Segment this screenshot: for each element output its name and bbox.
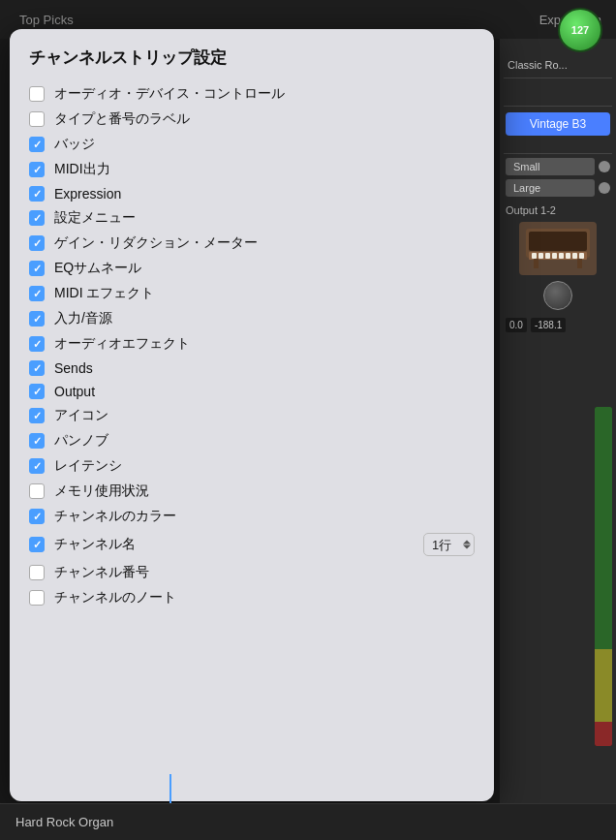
checkbox-audio-effects[interactable]	[29, 336, 45, 352]
meter-red	[595, 722, 612, 746]
checkbox-row-input-source: 入力/音源	[29, 307, 475, 330]
checkbox-channel-name[interactable]	[29, 537, 45, 552]
svg-rect-2	[529, 252, 587, 260]
checkbox-icon[interactable]	[29, 408, 45, 423]
label-channel-notes: チャンネルのノート	[54, 589, 475, 607]
label-audio-device: オーディオ・デバイス・コントロール	[54, 85, 475, 103]
checkbox-row-audio-device: オーディオ・デバイス・コントロール	[29, 82, 475, 106]
checkbox-output[interactable]	[29, 384, 45, 399]
output-label: Output 1-2	[504, 201, 612, 218]
checkbox-row-channel-number: チャンネル番号	[29, 561, 475, 584]
level-meter: 0 3 6 9 12 18 24 30 40 50 60	[595, 407, 612, 746]
svg-rect-10	[579, 253, 584, 259]
checkbox-eq-thumbnail[interactable]	[29, 261, 45, 276]
divider1	[504, 78, 612, 78]
checkbox-sends[interactable]	[29, 360, 45, 376]
large-indicator	[599, 182, 610, 194]
checkbox-settings-menu[interactable]	[29, 210, 45, 226]
label-memory-usage: メモリ使用状況	[54, 482, 475, 500]
label-channel-name: チャンネル名	[54, 536, 414, 553]
label-sends: Sends	[54, 360, 475, 376]
expression-knob[interactable]: 127	[558, 8, 606, 56]
checkbox-row-output: Output	[29, 381, 475, 402]
label-settings-menu: 設定メニュー	[54, 209, 475, 227]
label-input-source: 入力/音源	[54, 310, 475, 327]
checkbox-row-midi-out: MIDI出力	[29, 158, 475, 181]
right-panel-content: Classic Ro... Vintage B3 Small Large Out…	[504, 56, 612, 334]
label-latency: レイテンシ	[54, 457, 475, 475]
label-channel-color: チャンネルのカラー	[54, 508, 475, 525]
checkbox-row-memory-usage: メモリ使用状況	[29, 480, 475, 503]
organ-svg	[524, 227, 592, 270]
checkbox-row-expression: Expression	[29, 183, 475, 204]
divider2	[504, 106, 612, 107]
checkbox-row-settings-menu: 設定メニュー	[29, 206, 475, 230]
svg-rect-5	[545, 253, 550, 259]
dialog-title: チャンネルストリップ設定	[29, 47, 475, 69]
label-midi-effects: MIDI エフェクト	[54, 285, 475, 302]
classic-ro-label: Classic Ro...	[504, 56, 612, 74]
checkbox-badge[interactable]	[29, 137, 45, 152]
label-gain-reduction: ゲイン・リダクション・メーター	[54, 234, 475, 252]
vintage-b3-button[interactable]: Vintage B3	[506, 112, 610, 136]
svg-rect-3	[532, 253, 537, 259]
checkbox-expression[interactable]	[29, 186, 45, 202]
volume-row: 0.0 -188.1	[504, 316, 612, 334]
svg-rect-9	[572, 253, 577, 259]
svg-rect-7	[559, 253, 564, 259]
checkbox-audio-device[interactable]	[29, 86, 45, 102]
divider3	[504, 153, 612, 154]
large-button[interactable]: Large	[506, 179, 595, 197]
label-badge: バッジ	[54, 136, 475, 153]
svg-rect-12	[577, 259, 582, 268]
checkbox-latency[interactable]	[29, 458, 45, 474]
knob-value: 127	[558, 8, 602, 52]
row-extra-channel-name: 1行	[423, 533, 475, 556]
small-button[interactable]: Small	[506, 158, 595, 175]
checkbox-pan-knob[interactable]	[29, 433, 45, 449]
checkbox-channel-notes[interactable]	[29, 590, 45, 606]
checkbox-row-badge: バッジ	[29, 133, 475, 156]
vol-value-2: -188.1	[531, 318, 566, 332]
label-type-number-label: タイプと番号のラベル	[54, 110, 475, 128]
bottom-bar: Hard Rock Organ	[0, 803, 616, 840]
checkbox-type-number-label[interactable]	[29, 111, 45, 127]
svg-rect-1	[529, 232, 587, 251]
svg-rect-6	[552, 253, 557, 259]
meter-yellow	[595, 649, 612, 722]
label-expression: Expression	[54, 186, 475, 202]
checkbox-row-channel-color: チャンネルのカラー	[29, 505, 475, 528]
checkbox-memory-usage[interactable]	[29, 483, 45, 499]
channel-strip-dialog: チャンネルストリップ設定 オーディオ・デバイス・コントロールタイプと番号のラベル…	[10, 29, 494, 801]
small-indicator	[599, 161, 610, 172]
meter-green	[595, 407, 612, 649]
label-midi-out: MIDI出力	[54, 161, 475, 178]
checkbox-channel-number[interactable]	[29, 565, 45, 580]
label-eq-thumbnail: EQサムネール	[54, 260, 475, 277]
checkbox-input-source[interactable]	[29, 311, 45, 327]
spacer2	[504, 141, 612, 149]
checkbox-midi-out[interactable]	[29, 162, 45, 177]
spacer1	[504, 82, 612, 102]
bottom-bar-label: Hard Rock Organ	[15, 815, 113, 829]
checkbox-channel-color[interactable]	[29, 509, 45, 524]
checkbox-row-channel-notes: チャンネルのノート	[29, 586, 475, 609]
svg-rect-4	[539, 253, 543, 259]
checkbox-row-sends: Sends	[29, 358, 475, 379]
checkbox-row-icon: アイコン	[29, 404, 475, 427]
checkbox-row-type-number-label: タイプと番号のラベル	[29, 108, 475, 131]
volume-knob[interactable]	[543, 281, 572, 310]
stepper-channel-name[interactable]: 1行	[423, 533, 475, 556]
large-buttons: Large	[506, 179, 610, 197]
svg-rect-11	[534, 259, 539, 268]
svg-rect-8	[566, 253, 570, 259]
checkbox-row-gain-reduction: ゲイン・リダクション・メーター	[29, 232, 475, 255]
label-pan-knob: パンノブ	[54, 432, 475, 450]
label-icon: アイコン	[54, 407, 475, 424]
label-audio-effects: オーディオエフェクト	[54, 335, 475, 353]
checkbox-list: オーディオ・デバイス・コントロールタイプと番号のラベルバッジMIDI出力Expr…	[29, 82, 475, 788]
checkbox-row-midi-effects: MIDI エフェクト	[29, 282, 475, 305]
checkbox-gain-reduction[interactable]	[29, 235, 45, 251]
stepper-wrapper-channel-name: 1行	[423, 533, 475, 556]
checkbox-midi-effects[interactable]	[29, 286, 45, 301]
